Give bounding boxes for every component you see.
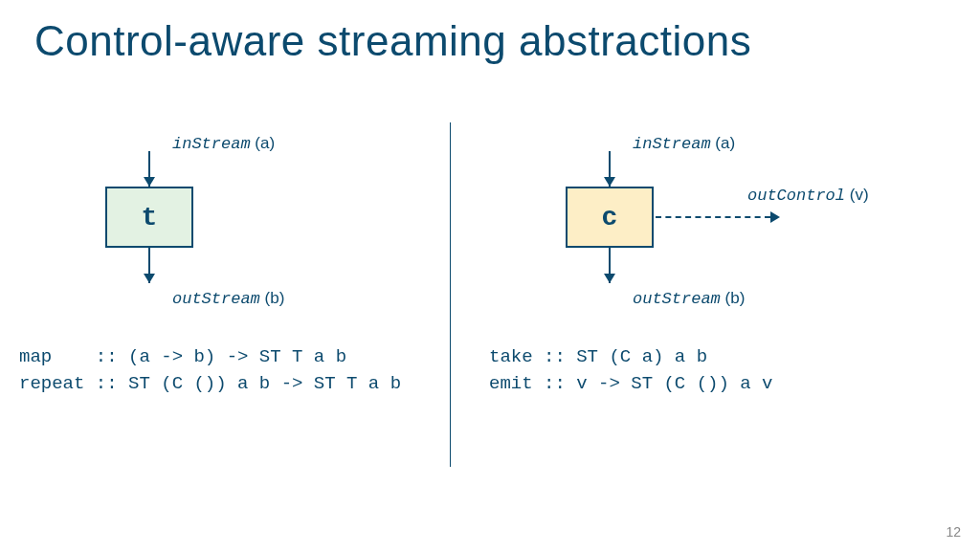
arrowhead-in-right <box>604 177 615 187</box>
page-number: 12 <box>946 524 961 540</box>
in-stream-label-right: inStream (a) <box>633 134 735 153</box>
code-right: take :: ST (C a) a b emit :: v -> ST (C … <box>489 344 951 397</box>
arrowhead-out-left <box>144 274 155 283</box>
in-stream-label-left: inStream (a) <box>172 134 275 153</box>
out-stream-label-right: outStream (b) <box>633 289 745 308</box>
left-column: inStream (a) t outStream (b) map :: (a -… <box>29 115 450 397</box>
slide-title: Control-aware streaming abstractions <box>34 17 751 65</box>
box-c: c <box>566 187 654 248</box>
code-left: map :: (a -> b) -> ST T a b repeat :: ST… <box>19 344 450 397</box>
dashed-arrow-control <box>656 216 770 218</box>
right-column: inStream (a) c outControl (v) outStream … <box>451 115 951 397</box>
content-columns: inStream (a) t outStream (b) map :: (a -… <box>29 115 951 467</box>
arrowhead-in-left <box>144 177 155 187</box>
out-stream-label-left: outStream (b) <box>172 289 284 308</box>
diagram-t: inStream (a) t outStream (b) <box>96 115 450 335</box>
out-control-label: outControl (v) <box>747 186 869 205</box>
diagram-c: inStream (a) c outControl (v) outStream … <box>556 115 951 335</box>
box-t: t <box>105 187 193 248</box>
arrowhead-out-right <box>604 274 615 283</box>
